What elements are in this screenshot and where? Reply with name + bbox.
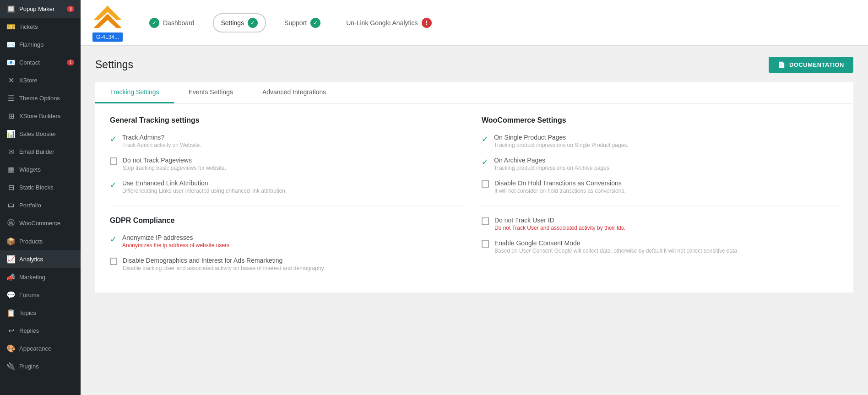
single-product-label: On Single Product Pages (494, 134, 629, 141)
enhanced-link-label: Use Enhanced Link Attribution (122, 179, 287, 187)
sidebar-label-tickets: Tickets (19, 23, 38, 30)
sidebar-label-popup-maker: Popup Maker (19, 5, 54, 12)
tab-advanced[interactable]: Advanced Integrations (248, 82, 341, 103)
disable-demographics-checkbox[interactable] (110, 258, 117, 265)
sidebar-item-static-blocks[interactable]: ⊟ Static Blocks (0, 179, 81, 196)
sidebar-label-sales-booster: Sales Booster (19, 130, 56, 137)
sidebar-item-appearance[interactable]: 🎨 Appearance (0, 340, 81, 357)
sidebar-item-xstore[interactable]: ✕ XStore (0, 71, 81, 89)
dashboard-check-icon: ✓ (149, 18, 159, 28)
sidebar-label-widgets: Widgets (19, 166, 41, 173)
sidebar-item-widgets[interactable]: ▦ Widgets (0, 161, 81, 179)
top-tab-dashboard[interactable]: ✓ Dashboard (142, 14, 202, 32)
right-divider (482, 205, 839, 206)
no-pageviews-label: Do not Track Pageviews (123, 157, 226, 164)
email-builder-icon: ✉ (6, 147, 16, 156)
sidebar-label-contact: Contact (19, 59, 40, 66)
sidebar: 🔲 Popup Maker 3 🎫 Tickets ✉️ Flamingo 📧 … (0, 0, 81, 395)
sidebar-item-flamingo[interactable]: ✉️ Flamingo (0, 36, 81, 54)
no-pageviews-desc: Stop tracking basic pageviews for websit… (123, 165, 226, 171)
support-check-icon: ✓ (310, 18, 320, 28)
sidebar-item-marketing[interactable]: 📣 Marketing (0, 268, 81, 286)
sidebar-item-contact[interactable]: 📧 Contact 1 (0, 54, 81, 71)
no-pageviews-checkbox[interactable] (110, 157, 117, 165)
popup-maker-icon: 🔲 (6, 5, 16, 13)
consent-mode-checkbox[interactable] (482, 240, 489, 248)
content-area: Settings 📄 DOCUMENTATION Tracking Settin… (81, 46, 868, 395)
right-column: WooCommerce Settings ✓ On Single Product… (482, 116, 839, 280)
sidebar-item-replies[interactable]: ↩ Replies (0, 322, 81, 340)
contact-badge: 1 (67, 60, 74, 65)
track-admins-label: Track Admins? (122, 134, 201, 141)
xstore-builders-icon: ⊞ (6, 112, 16, 120)
archive-pages-desc: Tracking product impressions on Archive … (494, 165, 611, 171)
widgets-icon: ▦ (6, 165, 16, 174)
top-nav-tabs: ✓ Dashboard Settings ✓ Support ✓ Un-Link… (142, 13, 857, 32)
sidebar-item-topics[interactable]: 📋 Topics (0, 304, 81, 322)
general-tracking-section: General Tracking settings ✓ Track Admins… (110, 116, 467, 194)
track-admins-check-icon: ✓ (110, 134, 117, 144)
sidebar-label-xstore: XStore (19, 77, 38, 84)
setting-item-no-pageviews: Do not Track Pageviews Stop tracking bas… (110, 157, 467, 171)
sidebar-item-analytics[interactable]: 📈 Analytics (0, 250, 81, 268)
settings-panel: General Tracking settings ✓ Track Admins… (95, 103, 853, 292)
sidebar-item-sales-booster[interactable]: 📊 Sales Booster (0, 125, 81, 143)
tab-tracking[interactable]: Tracking Settings (95, 82, 174, 103)
main-area: G-4L34... ✓ Dashboard Settings ✓ Support… (81, 0, 868, 395)
sidebar-item-email-builder[interactable]: ✉ Email Builder (0, 143, 81, 161)
documentation-button[interactable]: 📄 DOCUMENTATION (769, 57, 853, 73)
page-header: Settings 📄 DOCUMENTATION (95, 57, 853, 73)
anonymize-ip-desc: Anonymizes the ip address of website use… (122, 242, 231, 249)
flamingo-icon: ✉️ (6, 40, 16, 49)
gdpr-title: GDPR Compliance (110, 216, 467, 225)
sidebar-item-popup-maker[interactable]: 🔲 Popup Maker 3 (0, 0, 81, 18)
sidebar-item-theme-options[interactable]: ☰ Theme Options (0, 89, 81, 107)
topbar: G-4L34... ✓ Dashboard Settings ✓ Support… (81, 0, 868, 46)
sidebar-item-products[interactable]: 📦 Products (0, 233, 81, 250)
sidebar-label-replies: Replies (19, 327, 39, 334)
gdpr-section: GDPR Compliance ✓ Anonymize IP addresses… (110, 216, 467, 271)
sidebar-item-xstore-builders[interactable]: ⊞ XStore Builders (0, 107, 81, 125)
tracking-id-badge[interactable]: G-4L34... (92, 32, 123, 42)
products-icon: 📦 (6, 237, 16, 246)
anonymize-ip-check-icon: ✓ (110, 234, 117, 244)
sidebar-item-woocommerce[interactable]: Ⓦ WooCommerce (0, 214, 81, 233)
unlink-label: Un-Link Google Analytics (346, 19, 418, 27)
doc-button-label: DOCUMENTATION (789, 61, 844, 68)
tab-events[interactable]: Events Settings (174, 82, 248, 103)
disable-on-hold-checkbox[interactable] (482, 180, 489, 188)
top-tab-settings[interactable]: Settings ✓ (213, 13, 266, 32)
sidebar-label-woocommerce: WooCommerce (19, 220, 60, 227)
archive-pages-label: On Archive Pages (494, 157, 611, 164)
enhanced-link-desc: Differenciating Links user interacted us… (122, 188, 287, 194)
xstore-icon: ✕ (6, 76, 16, 85)
sidebar-label-marketing: Marketing (19, 274, 45, 281)
sidebar-item-tickets[interactable]: 🎫 Tickets (0, 18, 81, 36)
tabs-bar: Tracking Settings Events Settings Advanc… (95, 82, 853, 103)
logo-area: G-4L34... (92, 4, 124, 42)
unlink-exclaim-icon: ! (422, 18, 432, 28)
top-tab-unlink[interactable]: Un-Link Google Analytics ! (339, 14, 439, 32)
tickets-icon: 🎫 (6, 22, 16, 31)
replies-icon: ↩ (6, 326, 16, 335)
sidebar-item-forums[interactable]: 💬 Forums (0, 286, 81, 304)
logo-icon (92, 4, 124, 32)
sidebar-item-portfolio[interactable]: 🗂 Portfolio (0, 196, 81, 214)
setting-item-archive-pages: ✓ On Archive Pages Tracking product impr… (482, 157, 839, 171)
sidebar-label-theme-options: Theme Options (19, 95, 60, 102)
support-label: Support (284, 19, 307, 27)
settings-check-icon: ✓ (248, 18, 258, 28)
theme-options-icon: ☰ (6, 94, 16, 103)
left-divider (110, 205, 467, 206)
portfolio-icon: 🗂 (6, 201, 16, 209)
no-track-user-id-checkbox[interactable] (482, 217, 489, 225)
top-tab-support[interactable]: Support ✓ (277, 14, 328, 32)
topics-icon: 📋 (6, 308, 16, 317)
enhanced-link-check-icon: ✓ (110, 180, 117, 190)
sidebar-label-topics: Topics (19, 309, 36, 316)
sidebar-item-plugins[interactable]: 🔌 Plugins (0, 357, 81, 375)
left-column: General Tracking settings ✓ Track Admins… (110, 116, 467, 280)
right-gdpr-section: Do not Track User ID Do not Track User a… (482, 216, 839, 254)
anonymize-ip-label: Anonymize IP addresses (122, 234, 231, 241)
archive-pages-check-icon: ✓ (482, 157, 488, 167)
